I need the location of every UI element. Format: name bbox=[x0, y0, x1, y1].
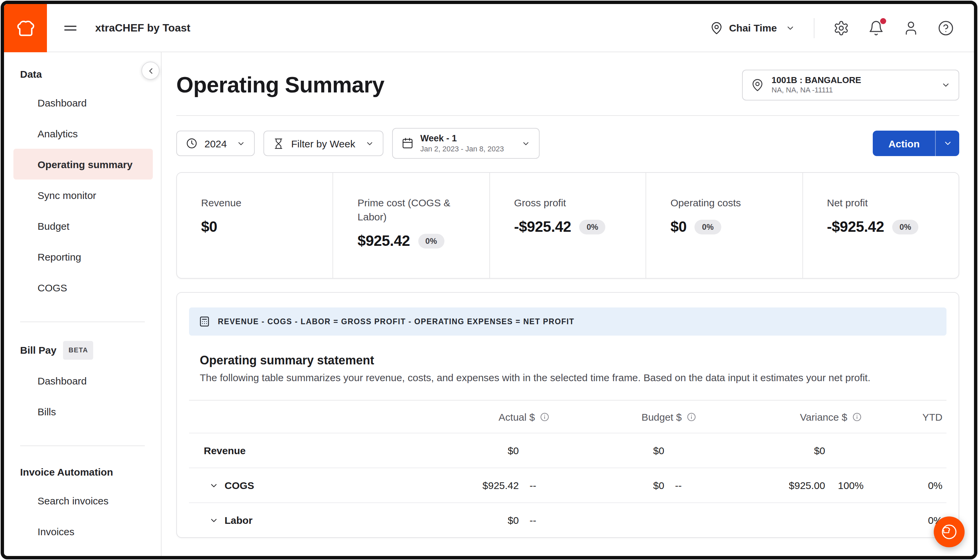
sidebar-section-data: Data bbox=[4, 67, 161, 82]
sidebar-divider bbox=[20, 445, 145, 446]
sidebar-item-reporting[interactable]: Reporting bbox=[13, 241, 153, 272]
kpi-value: -$925.42 bbox=[514, 218, 572, 236]
sidebar-collapse-button[interactable] bbox=[141, 62, 160, 80]
chevron-down-icon bbox=[943, 139, 952, 148]
settings-gear-icon[interactable] bbox=[833, 20, 849, 36]
sidebar-section-invoice-automation: Invoice Automation bbox=[4, 465, 161, 480]
top-bar-actions: Chai Time bbox=[709, 18, 974, 38]
restaurant-name: Chai Time bbox=[729, 22, 777, 33]
toast-chat-icon bbox=[940, 522, 958, 541]
restaurant-switcher[interactable]: Chai Time bbox=[709, 21, 795, 35]
actual-value: $0 bbox=[390, 515, 519, 526]
window-frame: xtraCHEF by Toast Chai Time bbox=[1, 1, 977, 559]
location-address: NA, NA, NA -11111 bbox=[772, 86, 861, 95]
ytd-value: 0% bbox=[879, 480, 946, 491]
top-bar: xtraCHEF by Toast Chai Time bbox=[4, 4, 974, 52]
kpi-net-profit: Net profit -$925.42 0% bbox=[802, 173, 958, 278]
location-pin-icon bbox=[751, 78, 764, 92]
kpi-percent-badge: 0% bbox=[892, 220, 919, 235]
row-expand-toggle[interactable]: Labor bbox=[189, 515, 390, 526]
period-type-select[interactable]: Filter by Week bbox=[264, 131, 383, 156]
kpi-value: $925.42 bbox=[358, 232, 410, 250]
chevron-down-icon bbox=[786, 23, 795, 32]
kpi-prime-cost: Prime cost (COGS & Labor) $925.42 0% bbox=[333, 173, 489, 278]
location-selector[interactable]: 1001B : BANGALORE NA, NA, NA -11111 bbox=[742, 70, 959, 100]
top-bar-icon-group bbox=[833, 20, 954, 36]
kpi-label: Net profit bbox=[827, 196, 946, 210]
account-user-icon[interactable] bbox=[903, 20, 919, 36]
chevron-down-icon bbox=[365, 139, 374, 148]
info-icon[interactable] bbox=[852, 412, 862, 422]
sidebar-item-budget[interactable]: Budget bbox=[13, 210, 153, 241]
chevron-down-icon bbox=[209, 481, 219, 490]
actual-value: $925.42 bbox=[390, 480, 519, 491]
sidebar-item-dashboard[interactable]: Dashboard bbox=[13, 87, 153, 118]
top-bar-divider bbox=[814, 18, 814, 38]
sidebar: Data Dashboard Analytics Operating summa… bbox=[4, 52, 162, 556]
toast-logo[interactable] bbox=[4, 4, 47, 52]
kpi-label: Gross profit bbox=[514, 196, 634, 210]
sidebar-item-search-invoices[interactable]: Search invoices bbox=[13, 485, 153, 516]
formula-banner: REVENUE - COGS - LABOR = GROSS PROFIT - … bbox=[189, 307, 946, 336]
actual-percent: -- bbox=[519, 515, 564, 526]
chevron-down-icon bbox=[209, 515, 219, 525]
actual-percent: -- bbox=[519, 480, 564, 491]
kpi-percent-badge: 0% bbox=[418, 234, 445, 248]
column-variance: Variance $ bbox=[800, 411, 847, 422]
location-pin-icon bbox=[709, 21, 723, 35]
table-row-cogs: COGS $925.42 -- $0 -- $925.00 100% 0% bbox=[189, 468, 946, 502]
year-select[interactable]: 2024 bbox=[176, 131, 255, 156]
table-row-revenue: Revenue $0 $0 $0 bbox=[189, 433, 946, 468]
filter-row: 2024 Filter by Week bbox=[176, 128, 959, 159]
notifications-bell-icon[interactable] bbox=[868, 20, 884, 36]
row-expand-toggle[interactable]: COGS bbox=[189, 480, 390, 491]
kpi-percent-badge: 0% bbox=[579, 220, 606, 235]
kpi-value: $0 bbox=[201, 218, 217, 236]
statement-description: The following table summarizes your reve… bbox=[200, 372, 936, 383]
support-chat-button[interactable] bbox=[934, 517, 965, 547]
variance-value: $0 bbox=[709, 445, 825, 456]
main-content: Operating Summary 1001B : BANGALORE NA, … bbox=[162, 52, 974, 556]
app-window: xtraCHEF by Toast Chai Time bbox=[0, 0, 978, 560]
budget-percent: -- bbox=[664, 480, 709, 491]
sidebar-item-bills[interactable]: Bills bbox=[13, 396, 153, 427]
action-split-button: Action bbox=[873, 131, 959, 156]
toast-icon bbox=[14, 17, 37, 39]
week-select[interactable]: Week - 1 Jan 2, 2023 - Jan 8, 2023 bbox=[392, 128, 540, 159]
chevron-down-icon bbox=[941, 80, 951, 90]
sidebar-item-cogs[interactable]: COGS bbox=[13, 272, 153, 303]
kpi-label: Prime cost (COGS & Labor) bbox=[358, 196, 477, 224]
variance-value: $925.00 bbox=[709, 480, 825, 491]
action-dropdown-toggle[interactable] bbox=[935, 131, 959, 156]
hamburger-menu-icon[interactable] bbox=[63, 20, 78, 35]
table-row-labor: Labor $0 -- 0% bbox=[189, 502, 946, 537]
variance-percent: 100% bbox=[825, 480, 879, 491]
sidebar-item-invoices[interactable]: Invoices bbox=[13, 516, 153, 547]
kpi-gross-profit: Gross profit -$925.42 0% bbox=[489, 173, 646, 278]
sidebar-item-sync-monitor[interactable]: Sync monitor bbox=[13, 180, 153, 210]
chevron-down-icon bbox=[521, 139, 530, 148]
kpi-operating-costs: Operating costs $0 0% bbox=[645, 173, 802, 278]
sidebar-item-analytics[interactable]: Analytics bbox=[13, 118, 153, 149]
location-name: 1001B : BANGALORE bbox=[772, 75, 861, 86]
help-icon[interactable] bbox=[938, 20, 954, 36]
hourglass-icon bbox=[273, 138, 284, 149]
sidebar-item-billpay-dashboard[interactable]: Dashboard bbox=[13, 365, 153, 396]
notification-dot bbox=[880, 18, 886, 24]
formula-text: REVENUE - COGS - LABOR = GROSS PROFIT - … bbox=[218, 318, 575, 325]
budget-value: $0 bbox=[564, 480, 664, 491]
kpi-value: -$925.42 bbox=[827, 218, 884, 236]
sidebar-item-operating-summary[interactable]: Operating summary bbox=[13, 149, 153, 180]
info-icon[interactable] bbox=[540, 412, 550, 422]
kpi-value: $0 bbox=[670, 218, 686, 236]
title-divider bbox=[176, 115, 959, 116]
week-label: Week - 1 bbox=[420, 133, 504, 144]
beta-badge: BETA bbox=[63, 341, 94, 360]
page-title: Operating Summary bbox=[176, 72, 385, 98]
info-icon[interactable] bbox=[686, 412, 697, 422]
operating-summary-statement-card: REVENUE - COGS - LABOR = GROSS PROFIT - … bbox=[176, 292, 959, 538]
action-button[interactable]: Action bbox=[873, 131, 935, 156]
sidebar-divider bbox=[20, 322, 145, 322]
calendar-icon bbox=[401, 137, 414, 149]
app-title: xtraCHEF by Toast bbox=[95, 22, 191, 34]
